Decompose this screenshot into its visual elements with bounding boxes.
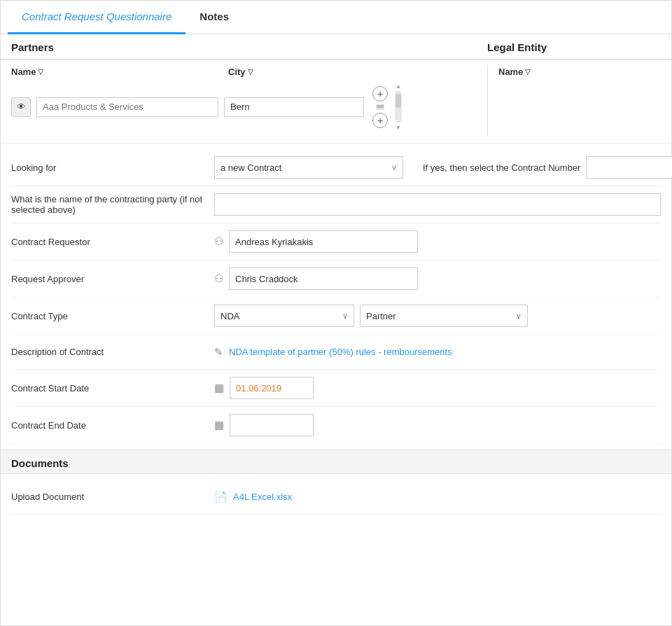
partners-left: Name ▽ City ▽ 👁 + — [11, 67, 487, 136]
contract-type-label: Contract Type — [11, 311, 214, 321]
start-date-value: 01.06.2019 — [236, 383, 281, 394]
contracting-party-input[interactable] — [214, 193, 661, 216]
add-partner-btn-2[interactable]: + — [372, 113, 388, 128]
start-date-display[interactable]: 01.06.2019 — [230, 377, 314, 399]
contract-type-select[interactable]: NDA ∨ — [214, 305, 354, 327]
scroll-down-arrow[interactable]: ▼ — [396, 124, 402, 131]
description-row: Description of Contract ✎ NDA template o… — [11, 335, 661, 370]
upload-document-control: 📄 A4L Excel.xlsx — [214, 491, 661, 503]
end-date-calendar-icon[interactable]: ▦ — [214, 419, 224, 431]
add-partner-btn-1[interactable]: + — [372, 86, 388, 102]
partner-eye-btn[interactable]: 👁 — [11, 97, 31, 117]
partner-city-input[interactable] — [224, 97, 364, 117]
city-filter-icon[interactable]: ▽ — [248, 68, 253, 76]
legal-entity-area: Name ▽ — [487, 67, 661, 136]
looking-for-chevron-icon: ∨ — [391, 163, 397, 172]
start-date-label: Contract Start Date — [11, 383, 214, 394]
request-approver-row: Request Approver ⚇ — [11, 260, 661, 298]
request-approver-label: Request Approver — [11, 274, 214, 284]
looking-for-label: Looking for — [11, 162, 214, 173]
tab-bar: Contract Request Questionnaire Notes — [1, 1, 671, 34]
looking-for-control: a new Contract ∨ If yes, then select the… — [214, 156, 672, 179]
section-headers: Partners Legal Entity — [1, 34, 671, 60]
partners-scrollbar[interactable]: ▲ ▼ — [395, 83, 402, 131]
contract-requestor-row: Contract Requestor ⚇ — [11, 223, 661, 260]
partners-area: Name ▽ City ▽ 👁 + — [1, 60, 671, 144]
start-date-row: Contract Start Date ▦ 01.06.2019 — [11, 370, 661, 407]
end-date-input[interactable] — [230, 414, 314, 436]
contract-requestor-label: Contract Requestor — [11, 237, 214, 247]
approver-person-icon: ⚇ — [214, 272, 223, 285]
contract-type-value: NDA — [220, 311, 239, 321]
documents-section-header: Documents — [1, 450, 671, 474]
legal-entity-name-filter-icon[interactable]: ▽ — [525, 68, 531, 76]
name-col-header: Name ▽ — [11, 67, 221, 77]
upload-document-label: Upload Document — [11, 492, 214, 502]
file-icon: 📄 — [214, 491, 227, 503]
partner-name-input[interactable] — [36, 97, 218, 117]
scroll-up-arrow[interactable]: ▲ — [396, 83, 402, 90]
contract-subtype-chevron-icon: ∨ — [516, 312, 522, 321]
legal-entity-name-header: Name ▽ — [498, 67, 661, 77]
description-value: NDA template of partner (50%) rules - re… — [229, 347, 452, 357]
contracting-party-row: What is the name of the contracting part… — [11, 186, 661, 223]
looking-for-row: Looking for a new Contract ∨ If yes, the… — [11, 149, 661, 186]
contract-type-chevron-icon: ∨ — [342, 312, 348, 321]
add-icon-1: + — [377, 88, 383, 99]
contract-subtype-select[interactable]: Partner ∨ — [360, 305, 528, 327]
start-date-calendar-icon[interactable]: ▦ — [214, 382, 224, 394]
contract-requestor-control: ⚇ — [214, 230, 661, 253]
upload-document-row: Upload Document 📄 A4L Excel.xlsx — [11, 480, 661, 515]
end-date-row: Contract End Date ▦ — [11, 407, 661, 444]
form-section: Looking for a new Contract ∨ If yes, the… — [1, 144, 671, 450]
start-date-control: ▦ 01.06.2019 — [214, 377, 661, 399]
contract-subtype-value: Partner — [366, 311, 396, 321]
contracting-party-control — [214, 193, 661, 216]
requestor-person-icon: ⚇ — [214, 235, 223, 248]
end-date-control: ▦ — [214, 414, 661, 436]
description-control: ✎ NDA template of partner (50%) rules - … — [214, 346, 661, 359]
contract-type-row: Contract Type NDA ∨ Partner ∨ — [11, 298, 661, 335]
upload-file-name[interactable]: A4L Excel.xlsx — [233, 492, 292, 502]
contracting-party-label: What is the name of the contracting part… — [11, 194, 214, 215]
looking-for-select[interactable]: a new Contract ∨ — [214, 156, 403, 179]
contract-number-input[interactable] — [586, 156, 672, 179]
partner-row: 👁 + + ▲ — [11, 83, 487, 131]
contract-requestor-input[interactable] — [229, 230, 418, 253]
tab-notes[interactable]: Notes — [186, 1, 243, 34]
description-label: Description of Contract — [11, 347, 214, 357]
main-container: Contract Request Questionnaire Notes Par… — [0, 0, 672, 626]
request-approver-input[interactable] — [229, 267, 418, 290]
partners-section-header: Partners — [11, 41, 487, 53]
if-yes-label: If yes, then select the Contract Number — [423, 162, 580, 173]
contract-type-control: NDA ∨ Partner ∨ — [214, 305, 661, 327]
description-edit-icon[interactable]: ✎ — [214, 346, 223, 359]
end-date-label: Contract End Date — [11, 420, 214, 431]
tab-contract-request[interactable]: Contract Request Questionnaire — [8, 1, 186, 34]
request-approver-control: ⚇ — [214, 267, 661, 290]
documents-section: Upload Document 📄 A4L Excel.xlsx — [1, 474, 671, 520]
legal-entity-section-header: Legal Entity — [487, 41, 661, 53]
city-col-header: City ▽ — [228, 67, 389, 77]
eye-icon: 👁 — [17, 102, 26, 112]
partners-col-headers: Name ▽ City ▽ — [11, 67, 487, 77]
add-icon-2: + — [377, 115, 383, 126]
name-filter-icon[interactable]: ▽ — [38, 68, 43, 76]
looking-for-value: a new Contract — [220, 162, 281, 173]
